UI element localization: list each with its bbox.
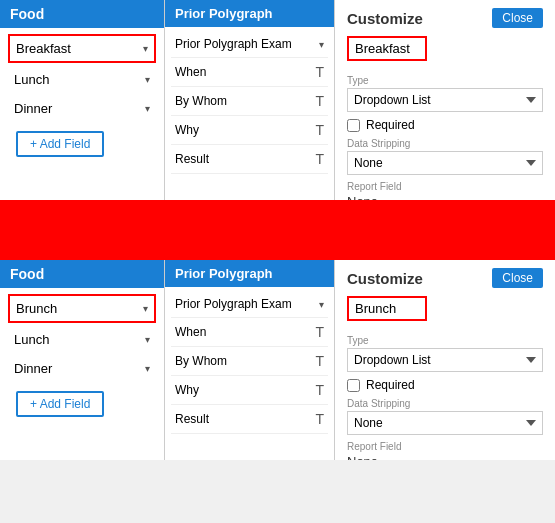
food-item-label: Dinner (14, 101, 52, 116)
chevron-down-icon: ▾ (145, 334, 150, 345)
food-item-dinner[interactable]: Dinner ▾ (8, 96, 156, 121)
poly-item-bywhom-bottom[interactable]: By Whom T (171, 347, 328, 376)
data-stripping-label-top: Data Stripping (347, 138, 543, 149)
polygraph-body-bottom: Prior Polygraph Exam ▾ When T By Whom T … (165, 287, 334, 438)
report-field-value-bottom: None (347, 454, 543, 460)
poly-item-bywhom-top[interactable]: By Whom T (171, 87, 328, 116)
poly-item-result-bottom[interactable]: Result T (171, 405, 328, 434)
poly-item-label: Why (175, 383, 199, 397)
poly-item-label: When (175, 65, 206, 79)
customize-title-bottom: Customize (347, 270, 423, 287)
chevron-down-icon: ▾ (143, 43, 148, 54)
chevron-down-icon: ▾ (319, 39, 324, 50)
type-label-bottom: Type (347, 335, 543, 346)
poly-item-label: When (175, 325, 206, 339)
customize-header-top: Customize Close (347, 8, 543, 28)
food-body-top: Breakfast ▾ Lunch ▾ Dinner ▾ + Add Field (0, 28, 164, 169)
polygraph-panel-top: Prior Polygraph Prior Polygraph Exam ▾ W… (165, 0, 335, 200)
text-icon: T (315, 151, 324, 167)
required-label-top: Required (366, 118, 415, 132)
polygraph-body-top: Prior Polygraph Exam ▾ When T By Whom T … (165, 27, 334, 178)
chevron-down-icon: ▾ (319, 299, 324, 310)
poly-item-label: By Whom (175, 94, 227, 108)
poly-item-when-top[interactable]: When T (171, 58, 328, 87)
food-item-brunch[interactable]: Brunch ▾ (8, 294, 156, 323)
required-checkbox-top[interactable] (347, 119, 360, 132)
customize-panel-top: Customize Close Breakfast Type Dropdown … (335, 0, 555, 200)
text-icon: T (315, 353, 324, 369)
poly-item-label: Result (175, 152, 209, 166)
food-item-label: Lunch (14, 332, 49, 347)
required-label-bottom: Required (366, 378, 415, 392)
food-item-label: Dinner (14, 361, 52, 376)
screenshot-wrapper: Food Breakfast ▾ Lunch ▾ Dinner ▾ + Add … (0, 0, 555, 460)
poly-item-when-bottom[interactable]: When T (171, 318, 328, 347)
chevron-down-icon: ▾ (145, 363, 150, 374)
type-label-top: Type (347, 75, 543, 86)
top-half: Food Breakfast ▾ Lunch ▾ Dinner ▾ + Add … (0, 0, 555, 200)
poly-item-label: Prior Polygraph Exam (175, 37, 292, 51)
food-item-label: Lunch (14, 72, 49, 87)
food-body-bottom: Brunch ▾ Lunch ▾ Dinner ▾ + Add Field (0, 288, 164, 429)
food-panel-top: Food Breakfast ▾ Lunch ▾ Dinner ▾ + Add … (0, 0, 165, 200)
chevron-down-icon: ▾ (145, 74, 150, 85)
customize-header-bottom: Customize Close (347, 268, 543, 288)
poly-item-label: Prior Polygraph Exam (175, 297, 292, 311)
polygraph-panel-bottom: Prior Polygraph Prior Polygraph Exam ▾ W… (165, 260, 335, 460)
food-item-lunch-bottom[interactable]: Lunch ▾ (8, 327, 156, 352)
food-header-bottom: Food (0, 260, 164, 288)
close-button-bottom[interactable]: Close (492, 268, 543, 288)
field-name-bottom: Brunch (347, 296, 427, 321)
food-item-lunch[interactable]: Lunch ▾ (8, 67, 156, 92)
poly-item-why-top[interactable]: Why T (171, 116, 328, 145)
food-item-dinner-bottom[interactable]: Dinner ▾ (8, 356, 156, 381)
poly-item-label: Result (175, 412, 209, 426)
food-item-breakfast[interactable]: Breakfast ▾ (8, 34, 156, 63)
required-row-top: Required (347, 118, 543, 132)
data-stripping-label-bottom: Data Stripping (347, 398, 543, 409)
food-item-label: Brunch (16, 301, 57, 316)
polygraph-header-bottom: Prior Polygraph (165, 260, 334, 287)
text-icon: T (315, 64, 324, 80)
customize-panel-bottom: Customize Close Brunch Type Dropdown Lis… (335, 260, 555, 460)
text-icon: T (315, 93, 324, 109)
poly-item-label: By Whom (175, 354, 227, 368)
chevron-down-icon: ▾ (145, 103, 150, 114)
food-header-top: Food (0, 0, 164, 28)
add-field-button-top[interactable]: + Add Field (16, 131, 104, 157)
red-divider (0, 200, 555, 260)
text-icon: T (315, 411, 324, 427)
data-stripping-select-top[interactable]: None (347, 151, 543, 175)
poly-item-result-top[interactable]: Result T (171, 145, 328, 174)
data-stripping-select-bottom[interactable]: None (347, 411, 543, 435)
report-field-label-bottom: Report Field (347, 441, 543, 452)
type-select-top[interactable]: Dropdown List (347, 88, 543, 112)
text-icon: T (315, 324, 324, 340)
food-panel-bottom: Food Brunch ▾ Lunch ▾ Dinner ▾ + Add Fie… (0, 260, 165, 460)
add-field-button-bottom[interactable]: + Add Field (16, 391, 104, 417)
text-icon: T (315, 122, 324, 138)
poly-item-exam-bottom[interactable]: Prior Polygraph Exam ▾ (171, 291, 328, 318)
chevron-down-icon: ▾ (143, 303, 148, 314)
report-field-value-top: None (347, 194, 543, 200)
text-icon: T (315, 382, 324, 398)
poly-item-why-bottom[interactable]: Why T (171, 376, 328, 405)
polygraph-header-top: Prior Polygraph (165, 0, 334, 27)
field-name-top: Breakfast (347, 36, 427, 61)
customize-title-top: Customize (347, 10, 423, 27)
poly-item-exam-top[interactable]: Prior Polygraph Exam ▾ (171, 31, 328, 58)
close-button-top[interactable]: Close (492, 8, 543, 28)
bottom-half: Food Brunch ▾ Lunch ▾ Dinner ▾ + Add Fie… (0, 260, 555, 460)
food-item-label: Breakfast (16, 41, 71, 56)
required-row-bottom: Required (347, 378, 543, 392)
report-field-label-top: Report Field (347, 181, 543, 192)
type-select-bottom[interactable]: Dropdown List (347, 348, 543, 372)
poly-item-label: Why (175, 123, 199, 137)
required-checkbox-bottom[interactable] (347, 379, 360, 392)
